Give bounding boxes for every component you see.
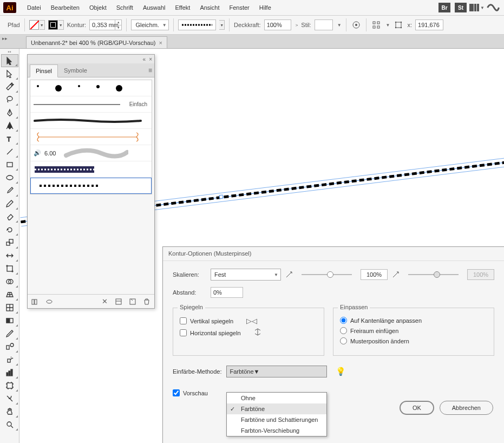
tab-symbole[interactable]: Symbole <box>58 64 93 77</box>
free-transform-tool[interactable] <box>1 262 18 275</box>
brush-label-einfach: Einfach <box>129 101 147 107</box>
eraser-tool[interactable] <box>1 210 18 223</box>
panel-menu-icon[interactable]: ≡ <box>148 67 152 74</box>
document-tab[interactable]: Unbenannt-2* bei 400 % (RGB/GPU-Vorschau… <box>26 36 167 48</box>
scale-select[interactable]: Fest▼ <box>211 269 281 281</box>
menu-bearbeiten[interactable]: Bearbeiten <box>47 2 84 13</box>
menu-schrift[interactable]: Schrift <box>112 2 138 13</box>
style-caret[interactable]: ▼ <box>337 23 342 28</box>
ok-button[interactable]: OK <box>400 401 434 415</box>
menu-objekt[interactable]: Objekt <box>85 2 111 13</box>
type-tool[interactable]: T <box>1 132 18 145</box>
symbol-sprayer-tool[interactable] <box>1 353 18 366</box>
remove-stroke-icon[interactable]: ✕ <box>100 297 109 306</box>
shape-builder-tool[interactable] <box>1 275 18 288</box>
mesh-tool[interactable] <box>1 301 18 314</box>
pencil-tool[interactable] <box>1 197 18 210</box>
spacing-input[interactable]: 0% <box>211 287 243 298</box>
pen-tool[interactable] <box>1 106 18 119</box>
brush-row-banner[interactable] <box>30 129 152 145</box>
tip-icon[interactable]: 💡 <box>336 367 346 376</box>
colorization-option-tints[interactable]: ✓Farbtöne <box>227 403 326 414</box>
flip-horizontal-checkbox[interactable] <box>180 329 187 336</box>
toolbox-grip-icon[interactable]: •• <box>0 50 19 54</box>
new-brush-icon[interactable] <box>128 297 137 306</box>
scale-tool[interactable] <box>1 236 18 249</box>
colorization-option-tints-shades[interactable]: Farbtöne und Schattierungen <box>227 414 326 425</box>
selection-tool[interactable] <box>1 54 18 67</box>
align-icon[interactable] <box>371 19 382 30</box>
layout-switch-icon[interactable]: ▼ <box>470 2 483 13</box>
cancel-button[interactable]: Abbrechen <box>440 401 493 415</box>
lasso-tool[interactable] <box>1 93 18 106</box>
blend-tool[interactable] <box>1 340 18 353</box>
opacity-input[interactable]: 100% <box>264 19 291 30</box>
rotate-tool[interactable] <box>1 223 18 236</box>
fit-space-radio[interactable] <box>340 327 347 334</box>
menu-hilfe[interactable]: Hilfe <box>255 2 276 13</box>
panel-collapse-icon[interactable]: « <box>143 56 146 62</box>
hand-tool[interactable] <box>1 405 18 418</box>
stroke-swatch[interactable]: ▼ <box>48 20 64 30</box>
ellipse-tool[interactable] <box>1 171 18 184</box>
gpu-icon[interactable] <box>487 2 500 13</box>
width-tool[interactable] <box>1 249 18 262</box>
bridge-icon[interactable]: Br <box>438 2 451 13</box>
menu-datei[interactable]: Datei <box>23 2 45 13</box>
colorization-option-none[interactable]: Ohne <box>227 393 326 403</box>
stock-icon[interactable]: St <box>454 2 467 13</box>
style-select[interactable] <box>315 19 333 30</box>
spacing-label: Abstand: <box>173 289 206 296</box>
fit-stretch-radio[interactable] <box>340 317 347 324</box>
menu-auswahl[interactable]: Auswahl <box>139 2 170 13</box>
brush-row-artistic[interactable]: 🔊6.00 <box>30 145 152 161</box>
delete-brush-icon[interactable] <box>142 297 151 306</box>
curvature-tool[interactable] <box>1 119 18 132</box>
eyedropper-tool[interactable] <box>1 327 18 340</box>
brush-row-pattern2-selected[interactable] <box>30 178 152 194</box>
x-input[interactable]: 191,676 <box>415 19 443 30</box>
scale-value-min[interactable]: 100% <box>361 269 388 280</box>
rectangle-tool[interactable] <box>1 158 18 171</box>
fill-swatch[interactable]: ▼ <box>29 20 45 30</box>
brush-size-label: 6.00 <box>44 150 56 157</box>
colorization-option-hue-shift[interactable]: Farbton-Verschiebung <box>227 425 326 436</box>
brush-library-menu-icon[interactable] <box>45 297 54 306</box>
brush-dropdown-caret[interactable]: ▼ <box>219 20 225 30</box>
brush-definition-select[interactable] <box>178 19 216 30</box>
opacity-caret[interactable]: > <box>296 23 298 28</box>
direct-selection-tool[interactable] <box>1 67 18 80</box>
perspective-grid-tool[interactable] <box>1 288 18 301</box>
paintbrush-tool[interactable] <box>1 184 18 197</box>
colorization-select[interactable]: Farbtöne▼ <box>226 366 327 377</box>
gradient-tool[interactable] <box>1 314 18 327</box>
brush-row-basic[interactable]: Einfach <box>30 96 152 113</box>
magic-wand-tool[interactable] <box>1 80 18 93</box>
menu-effekt[interactable]: Effekt <box>171 2 194 13</box>
brush-row-pattern1[interactable] <box>30 161 152 178</box>
brush-row-calligraphic[interactable] <box>30 80 152 96</box>
transform-icon[interactable] <box>393 19 404 30</box>
zoom-tool[interactable] <box>1 418 18 431</box>
preview-checkbox[interactable] <box>173 389 180 396</box>
column-graph-tool[interactable] <box>1 366 18 379</box>
stroke-profile-select[interactable]: Gleichm.▼ <box>131 19 169 30</box>
brush-options-icon[interactable] <box>114 297 123 306</box>
recolor-icon[interactable] <box>351 19 362 30</box>
scale-slider-min[interactable] <box>302 274 352 275</box>
svg-line-35 <box>11 426 13 428</box>
artboard-tool[interactable] <box>1 379 18 392</box>
line-tool[interactable] <box>1 145 18 158</box>
close-tab-icon[interactable]: × <box>159 40 162 46</box>
tab-pinsel[interactable]: Pinsel <box>30 64 58 77</box>
panel-close-icon[interactable]: × <box>149 56 152 62</box>
flip-vertical-checkbox[interactable] <box>180 317 187 324</box>
menu-fenster[interactable]: Fenster <box>225 2 253 13</box>
fit-approximate-radio[interactable] <box>340 337 347 344</box>
slice-tool[interactable] <box>1 392 18 405</box>
brush-row-charcoal[interactable] <box>30 113 152 129</box>
collapse-handle-icon[interactable]: ▸▸ <box>2 36 8 41</box>
brush-libraries-icon[interactable] <box>31 297 40 306</box>
stroke-weight-input[interactable]: 0,353 mm▲▼ <box>89 19 122 30</box>
menu-ansicht[interactable]: Ansicht <box>195 2 224 13</box>
